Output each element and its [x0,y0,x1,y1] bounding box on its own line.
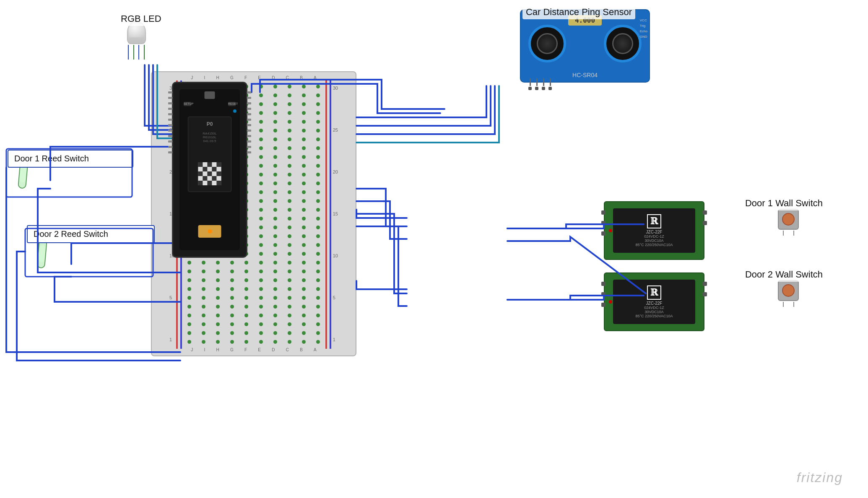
bb-hole [316,199,320,203]
relay2-component: ℝ JZC-22F 024VDC-1Z 30VDC10A 85°C 220/25… [604,272,704,331]
relay2-spec3: 85°C 220/250VAC10A [636,314,673,318]
rgb-led-visual [126,21,147,60]
bb-hole [244,322,248,326]
bb-hole [273,234,277,238]
bb-hole [187,305,191,309]
bb-hole [259,146,263,150]
bb-hole [259,261,263,265]
fritzing-watermark: fritzing [797,470,843,485]
mcu-pins-left [168,91,172,153]
bb-hole [273,111,277,115]
bb-hole [302,173,306,176]
relay1-terminal [703,210,707,215]
rgb-led-legs [126,44,147,60]
bb-hole [302,111,306,115]
relay2-label: JZC-22F [636,301,673,306]
door1-wall-switch-label: Door 1 Wall Switch [742,196,826,210]
bb-hole [273,173,277,176]
bb-hole [302,243,306,247]
bb-hole [230,278,234,282]
bb-hole [187,314,191,317]
bb-hole [288,234,291,238]
bb-hole [273,296,277,300]
bb-hole [216,296,220,300]
bb-hole [202,261,205,265]
bb-hole [316,129,320,132]
bb-hole [202,287,205,291]
bb-hole [302,322,306,326]
relay2-text: ℝ JZC-22F 024VDC-1Z 30VDC10A 85°C 220/25… [636,285,673,318]
bb-hole [273,93,277,97]
mcu-pin [168,108,172,110]
bb-hole [273,287,277,291]
door2-wall-switch-component [778,280,799,307]
bb-hole [273,217,277,220]
bb-hole [259,305,263,309]
bb-hole [259,287,263,291]
bb-hole [316,243,320,247]
bb-hole [288,199,291,203]
bb-row [187,287,320,291]
bb-hole [288,252,291,256]
bb-hole [288,314,291,317]
bb-hole [273,252,277,256]
rail-blue-right [330,80,331,349]
bb-hole [259,243,263,247]
bb-hole [244,305,248,309]
bb-hole [259,270,263,273]
bb-hole [216,305,220,309]
relay2-black: ℝ JZC-22F 024VDC-1Z 30VDC10A 85°C 220/25… [613,280,695,324]
bb-hole [316,137,320,141]
bb-hole [259,93,263,97]
bb-hole [288,129,291,132]
bb-hole [316,234,320,238]
mcu-main-chip: P0 RA4150LR61010L041.09.5 [188,117,231,192]
relay1-board: ℝ JZC-22F 024VDC-1Z 30VDC10A 85°C 220/25… [604,201,704,260]
door1-wall-switch-body [778,209,799,230]
bb-hole [259,102,263,106]
bb-hole [316,102,320,106]
bb-hole [316,305,320,309]
mcu-pin [168,97,172,99]
bb-hole [302,93,306,97]
bb-hole [259,278,263,282]
bb-hole [259,120,263,124]
bb-hole [187,270,191,273]
bb-hole [202,305,205,309]
bb-hole [259,129,263,132]
relay2-terminal [601,292,606,296]
bb-hole [316,322,320,326]
ping-model-label: HC-SR04 [572,72,598,78]
bb-hole [259,85,263,88]
led-leg-1 [128,45,129,60]
bb-hole [316,146,320,150]
mcu-status-led [233,109,236,113]
bb-hole [273,314,277,317]
bb-hole [316,93,320,97]
bb-hole [302,226,306,229]
mcu-antenna [198,225,221,238]
bb-hole [288,146,291,150]
ping-sensor-eye-right [604,25,642,62]
bb-hole [259,111,263,115]
bb-hole [316,85,320,88]
bb-row [187,314,320,317]
bb-hole [230,314,234,317]
bb-hole [202,314,205,317]
bb-hole [202,322,205,326]
bb-hole [230,270,234,273]
bb-hole [288,155,291,159]
relay1-spec1: 024VDC-1Z [636,234,673,239]
bb-hole [273,305,277,309]
bb-hole [259,340,263,344]
door2-wall-switch-body [778,280,799,301]
bb-hole [216,331,220,335]
relay1-black: ℝ JZC-22F 024VDC-1Z 30VDC10A 85°C 220/25… [613,208,695,253]
bb-hole [273,199,277,203]
bb-hole [273,322,277,326]
bb-hole [288,261,291,265]
bb-hole [288,278,291,282]
mcu-pin [168,130,172,132]
bb-hole [316,217,320,220]
mcu-pin [247,91,251,93]
